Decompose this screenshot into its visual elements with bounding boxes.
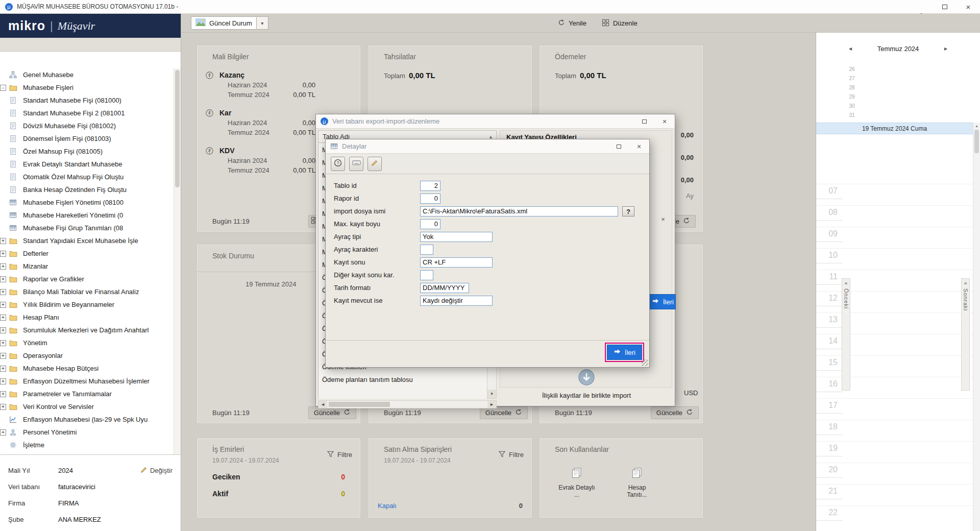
tree-expander-icon[interactable]: + [0,378,6,384]
clear-icon[interactable]: × [659,215,667,224]
tree-item[interactable]: Standart Muhasebe Fişi (081000) [0,94,174,107]
calendar-day[interactable] [938,92,951,101]
tree-item[interactable]: Muhasebe Hareketleri Yönetimi (0 [0,209,174,222]
calendar-day[interactable] [872,74,885,83]
calendar-day[interactable] [885,92,898,101]
filter-button[interactable]: Filtre [498,445,524,464]
calendar-day[interactable] [912,83,925,92]
calendar-day[interactable] [912,65,925,74]
tree-item[interactable]: + Personel Yönetimi [0,426,174,439]
tree-expander-icon[interactable]: + [0,251,6,257]
calendar-hour-slot[interactable]: 17 [816,398,973,420]
tree-item[interactable]: + Bilanço Mali Tablolar ve Finansal Anal… [0,285,174,298]
calendar-day[interactable] [925,102,938,110]
calendar-day[interactable] [938,74,951,83]
tree-item[interactable]: Otomatik Özel Mahsup Fişi Oluştu [0,171,174,183]
calendar-day[interactable] [859,83,872,92]
calendar-day[interactable] [938,65,951,74]
scrollbar-thumb[interactable] [329,402,390,407]
calendar-hour-slot[interactable]: 19 [816,441,973,463]
calendar-day[interactable] [898,65,912,74]
calendar-day[interactable] [872,92,885,101]
close-button[interactable]: × [654,114,675,128]
related-import-button[interactable]: İlişkili kayıtlar ile birlikte import [500,367,673,399]
calendar-hour-slot[interactable]: 08 [816,205,973,227]
field-input[interactable] [420,194,440,204]
calendar-day[interactable] [859,65,872,74]
calendar-day[interactable] [898,111,912,119]
sidebar-tab[interactable] [2,39,15,51]
calendar-day[interactable] [925,83,938,92]
calendar-day[interactable] [885,83,898,92]
refresh-card-button[interactable]: Güncelle [651,406,699,419]
scroll-left-icon[interactable]: ◄ [318,401,327,408]
maximize-button[interactable] [608,139,629,153]
calendar-day[interactable] [925,65,938,74]
calendar-day[interactable] [859,74,872,83]
calendar-day[interactable] [925,111,938,119]
previous-day-rail[interactable]: « Önceki [842,278,850,391]
tree-expander-icon[interactable]: + [0,391,6,397]
calendar-scrollbar[interactable]: ▴ [973,123,980,531]
tree-item[interactable]: + Muhasebe Hesap Bütçesi [0,362,174,375]
tree-item[interactable]: + Sorumluluk Merkezleri ve Dağıtım Anaht… [0,324,174,336]
dashboard-selector[interactable]: Güncel Durum [191,16,257,30]
tree-item[interactable]: + Defterler [0,247,174,260]
dashboard-selector-dropdown-icon[interactable]: ▾ [257,16,268,30]
calendar-hour-slot[interactable]: 16 [816,377,973,398]
calendar-hour-slot[interactable]: 10 [816,248,973,270]
field-input[interactable] [420,296,493,306]
maximize-button[interactable] [933,0,957,13]
tree-item[interactable]: Genel Muhasebe [0,68,174,81]
tree-item[interactable]: + Yıllık Bildirim ve Beyannameler [0,298,174,311]
minimize-button[interactable] [588,139,608,153]
field-input[interactable] [420,219,440,229]
tree-item[interactable]: + Operasyonlar [0,349,174,362]
calendar-day[interactable] [885,111,898,119]
tree-item[interactable]: Evrak Detaylı Standart Muhasebe [0,158,174,171]
tree-expander-icon[interactable]: + [0,238,6,244]
tree-expander-icon[interactable]: + [0,327,6,333]
close-button[interactable]: × [629,139,649,153]
calendar-hour-slot[interactable]: 15 [816,355,973,377]
tree-expander-icon[interactable]: + [0,340,6,346]
scrollbar-thumb[interactable] [175,70,180,187]
calendar-day[interactable] [912,102,925,110]
calendar-hour-slot[interactable]: 22 [816,505,973,527]
tree-expander-icon[interactable]: + [0,276,6,282]
tree-expander-icon[interactable]: - [0,85,6,91]
tree-expander-icon[interactable]: + [0,289,6,295]
calendar-day[interactable] [898,83,912,92]
calendar-day[interactable] [872,102,885,110]
tree-item[interactable]: + Yönetim [0,336,174,349]
calendar-day[interactable] [872,111,885,119]
calendar-hour-slot[interactable]: 09 [816,227,973,248]
calendar-hour-slot[interactable]: 21 [816,484,973,505]
tree-item[interactable]: Banka Hesap Özetinden Fiş Oluştu [0,183,174,196]
calendar-day[interactable] [859,111,872,119]
calendar-day[interactable] [859,102,872,110]
tree-item[interactable]: İşletme [0,439,174,451]
calendar-day[interactable] [872,83,885,92]
calendar-day[interactable] [912,74,925,83]
tree-item[interactable]: + Veri Kontrol ve Servisler [0,400,174,413]
calendar-hour-slot[interactable]: 14 [816,334,973,355]
calendar-hour-slot[interactable]: 20 [816,463,973,484]
field-input[interactable] [420,232,493,242]
calendar-hour-slot[interactable]: 12 [816,291,973,312]
change-fiscal-year-button[interactable]: Değiştir [140,466,173,475]
closed-orders-link[interactable]: Kapalı [378,502,397,510]
calendar-hour-slot[interactable]: 18 [816,420,973,441]
calendar-day[interactable] [925,92,938,101]
field-input[interactable] [420,270,433,280]
scrollbar-thumb[interactable] [974,130,979,153]
tree-item[interactable]: - Muhasebe Fişleri [0,81,174,94]
calendar-hour-slot[interactable]: 07 [816,184,973,205]
field-input[interactable] [420,283,469,293]
close-button[interactable]: × [957,0,980,13]
recent-item[interactable]: Hesap Tanıtı... [618,467,656,498]
calendar-hour-slot[interactable]: 13 [816,312,973,334]
resize-grip[interactable] [642,359,648,366]
tree-expander-icon[interactable]: + [0,404,6,410]
scroll-right-icon[interactable]: ► [487,401,496,408]
